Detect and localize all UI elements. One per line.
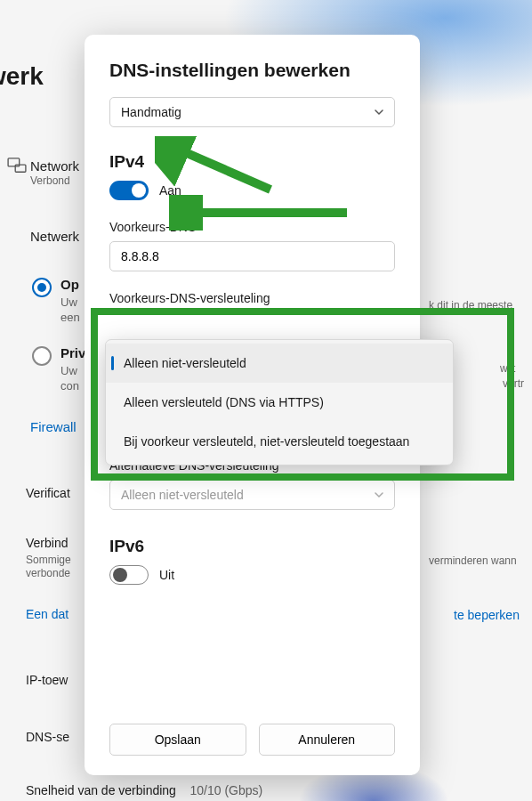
encryption-option-prefer-encrypted[interactable]: Bij voorkeur versleuteld, niet-versleute… <box>106 422 453 461</box>
preferred-dns-label: Voorkeurs-DNS <box>109 220 395 234</box>
ipv6-toggle-label: Uit <box>159 568 174 582</box>
verbinding-desc-2: verbonde <box>26 567 70 579</box>
alt-dns-encryption-dropdown[interactable]: Alleen niet-versleuteld <box>109 480 395 510</box>
encryption-option-unencrypted[interactable]: Alleen niet-versleuteld <box>106 344 453 383</box>
verbinding-label: Verbind <box>26 536 68 550</box>
network-adapter-name: Network <box>30 158 79 174</box>
ipv6-toggle[interactable] <box>109 565 149 585</box>
ipv6-heading: IPv6 <box>109 537 395 556</box>
page-title: etwerk <box>0 62 44 91</box>
radio-public[interactable] <box>32 278 52 297</box>
radio-private[interactable] <box>32 346 52 366</box>
preferred-dns-encryption-menu: Alleen niet-versleuteld Alleen versleute… <box>105 339 454 465</box>
right-text-4: verminderen wann <box>429 554 517 567</box>
right-text-1: k dit in de meeste <box>429 299 512 312</box>
preferred-dns-input[interactable] <box>109 241 395 271</box>
cancel-button[interactable]: Annuleren <box>259 724 396 756</box>
chevron-down-icon <box>375 490 383 499</box>
save-button[interactable]: Opslaan <box>109 724 246 756</box>
ipv4-heading: IPv4 <box>109 152 395 172</box>
snelheid-label: Snelheid van de verbinding 10/10 (Gbps) <box>26 783 262 797</box>
verificatie-label: Verificat <box>26 486 70 500</box>
alt-dns-encryption-value: Alleen niet-versleuteld <box>121 488 244 502</box>
chevron-down-icon <box>375 108 383 117</box>
ipv4-toggle[interactable] <box>109 181 149 200</box>
right-link-beperken[interactable]: te beperken <box>454 608 520 622</box>
dialog-title: DNS-instellingen bewerken <box>109 60 395 81</box>
snelheid-value: 10/10 (Gbps) <box>189 783 262 797</box>
right-text-3: vertr <box>503 377 524 390</box>
verbinding-desc-1: Sommige <box>26 554 71 566</box>
right-text-2: wilt <box>500 362 515 375</box>
dns-server-label: DNS-se <box>26 730 69 744</box>
preferred-dns-encryption-label: Voorkeurs-DNS-versleuteling <box>109 291 395 305</box>
ip-toewijzing-label: IP-toew <box>26 673 68 687</box>
ipv4-toggle-label: Aan <box>159 183 181 198</box>
snelheid-label-text: Snelheid van de verbinding <box>26 783 176 797</box>
encryption-option-doh[interactable]: Alleen versleuteld (DNS via HTTPS) <box>106 383 453 422</box>
een-dat-link[interactable]: Een dat <box>26 607 69 621</box>
network-adapter-icon <box>7 158 27 174</box>
dns-mode-dropdown[interactable]: Handmatig <box>109 97 395 127</box>
dns-mode-value: Handmatig <box>121 105 181 119</box>
